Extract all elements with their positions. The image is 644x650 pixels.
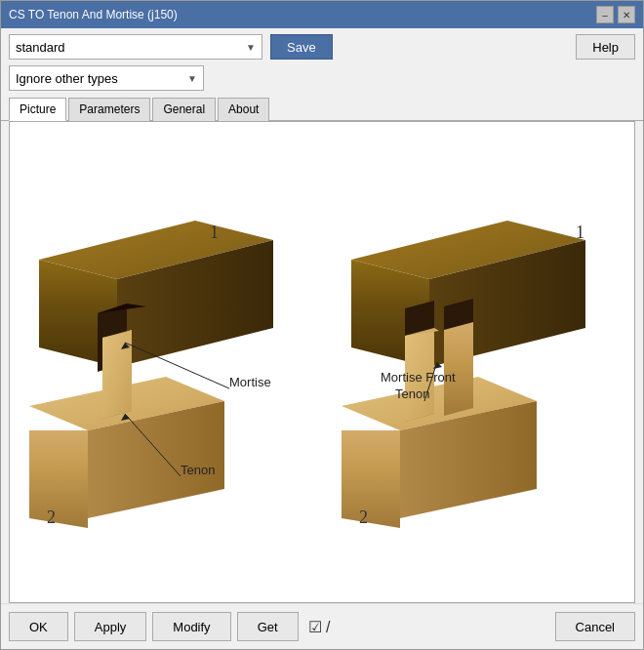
second-toolbar: Ignore other types ▼ (1, 65, 643, 97)
mortise-front-label: Mortise Front (381, 370, 456, 385)
help-button[interactable]: Help (576, 34, 635, 60)
check-slash-icon: ☑ / (308, 618, 331, 636)
get-button[interactable]: Get (237, 612, 299, 641)
right-lower-beam-front (342, 430, 400, 528)
title-bar-controls: – ✕ (596, 6, 635, 23)
ignore-types-dropdown[interactable]: Ignore other types ▼ (9, 65, 204, 91)
mortise-label: Mortise (229, 375, 271, 389)
save-button[interactable]: Save (270, 34, 333, 60)
illustration-svg: 1 2 Mortise Tenon (20, 172, 624, 552)
tab-about[interactable]: About (218, 98, 269, 121)
left-label-2: 2 (47, 508, 56, 527)
minimize-button[interactable]: – (596, 6, 614, 23)
tab-general[interactable]: General (152, 98, 216, 121)
content-area: 1 2 Mortise Tenon (9, 121, 635, 603)
right-label-1: 1 (576, 223, 584, 242)
right-label-2: 2 (359, 508, 368, 527)
apply-button[interactable]: Apply (74, 612, 147, 641)
window-title: CS TO Tenon And Mortise (j150) (9, 8, 178, 21)
right-tenon2-front (444, 322, 473, 416)
title-bar: CS TO Tenon And Mortise (j150) – ✕ (1, 1, 643, 28)
ignore-types-label: Ignore other types (16, 71, 118, 86)
tab-parameters[interactable]: Parameters (68, 98, 150, 121)
left-label-1: 1 (210, 223, 219, 242)
picture-area: 1 2 Mortise Tenon (10, 122, 634, 602)
close-button[interactable]: ✕ (618, 6, 635, 23)
left-lower-beam-front (29, 430, 88, 528)
tenon-label-right-sub: Tenon (395, 386, 429, 401)
preset-value: standard (16, 40, 65, 55)
preset-dropdown-arrow: ▼ (246, 42, 256, 53)
ok-button[interactable]: OK (9, 612, 68, 641)
modify-button[interactable]: Modify (152, 612, 230, 641)
footer: OK Apply Modify Get ☑ / Cancel (1, 603, 643, 649)
ignore-dropdown-arrow: ▼ (187, 73, 197, 84)
cancel-button[interactable]: Cancel (555, 612, 635, 641)
check-icon-area: ☑ / (308, 618, 331, 636)
preset-dropdown[interactable]: standard ▼ (9, 34, 262, 60)
tenon-label-left: Tenon (181, 463, 215, 477)
main-toolbar: standard ▼ Save Help (1, 28, 643, 65)
tab-picture[interactable]: Picture (9, 98, 66, 121)
main-window: CS TO Tenon And Mortise (j150) – ✕ stand… (0, 0, 644, 650)
tab-bar: Picture Parameters General About (1, 97, 643, 121)
